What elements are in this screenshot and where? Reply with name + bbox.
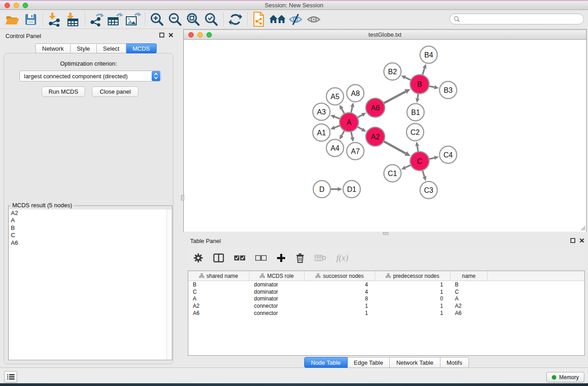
tab-motifs[interactable]: Motifs bbox=[440, 357, 469, 368]
graph-edge-A-A4[interactable] bbox=[339, 130, 344, 139]
close-panel-button[interactable]: Close panel bbox=[92, 86, 139, 97]
mcds-list-scrollbar[interactable] bbox=[167, 210, 172, 360]
cell-successor-nodes[interactable]: 4 bbox=[305, 281, 375, 288]
export-network-button[interactable] bbox=[88, 11, 106, 28]
graph-node-B4[interactable]: B4 bbox=[420, 46, 437, 63]
close-network-button[interactable] bbox=[188, 32, 194, 38]
graph-node-B2[interactable]: B2 bbox=[384, 63, 401, 80]
close-panel-icon[interactable] bbox=[579, 238, 584, 243]
zoom-selected-button[interactable] bbox=[202, 11, 220, 28]
graph-edge-A-A3[interactable] bbox=[330, 115, 340, 119]
graph-node-A[interactable]: A bbox=[339, 113, 359, 132]
split-divider-handle[interactable] bbox=[181, 195, 184, 200]
graph-edge-B-B3[interactable] bbox=[429, 85, 439, 89]
cell-predecessor-nodes[interactable]: 1 bbox=[375, 310, 450, 316]
mcds-result-item[interactable]: A bbox=[9, 217, 167, 224]
graph-node-A8[interactable]: A8 bbox=[347, 85, 364, 102]
graph-edge-A-A8[interactable] bbox=[350, 103, 354, 113]
table-row[interactable]: A6connector11A6 bbox=[188, 310, 584, 317]
graph-node-A6[interactable]: A6 bbox=[366, 98, 385, 117]
graph-node-B1[interactable]: B1 bbox=[407, 104, 424, 121]
column-header-name[interactable]: name bbox=[450, 271, 488, 281]
graph-edge-A-A2[interactable] bbox=[357, 127, 366, 132]
cell-mcds-role[interactable]: connector bbox=[249, 310, 305, 316]
cell-successor-nodes[interactable]: 1 bbox=[305, 310, 375, 316]
graph-edge-C-C1[interactable] bbox=[401, 165, 411, 170]
import-network-button[interactable] bbox=[46, 11, 64, 28]
mcds-result-item[interactable]: C bbox=[9, 232, 167, 239]
mcds-result-item[interactable]: A2 bbox=[9, 210, 167, 217]
add-column-button[interactable] bbox=[277, 253, 286, 262]
graph-node-A5[interactable]: A5 bbox=[326, 88, 344, 105]
cell-predecessor-nodes[interactable]: 1 bbox=[375, 289, 450, 295]
show-panels-button[interactable] bbox=[4, 371, 17, 383]
tab-node-table[interactable]: Node Table bbox=[304, 357, 348, 368]
memory-button[interactable]: Memory bbox=[546, 372, 584, 382]
column-header-predecessor-nodes[interactable]: predecessor nodes bbox=[375, 271, 450, 281]
toolbar-search[interactable] bbox=[449, 14, 584, 24]
float-panel-icon[interactable] bbox=[159, 33, 164, 38]
export-table-button[interactable] bbox=[106, 11, 124, 28]
cell-predecessor-nodes[interactable]: 1 bbox=[375, 303, 450, 309]
column-header-successor-nodes[interactable]: successor nodes bbox=[305, 271, 375, 281]
graph-node-A3[interactable]: A3 bbox=[313, 103, 330, 120]
close-panel-icon[interactable] bbox=[168, 33, 173, 38]
select-all-button[interactable] bbox=[234, 255, 245, 261]
tab-mcds[interactable]: MCDS bbox=[126, 43, 157, 53]
graph-node-D[interactable]: D bbox=[313, 181, 330, 198]
tab-network[interactable]: Network bbox=[35, 43, 71, 53]
graph-edge-A6-B[interactable] bbox=[384, 89, 411, 103]
export-image-button[interactable] bbox=[124, 11, 142, 28]
network-graph[interactable]: B4B2BB3A8A5A6A3B1AC2A1A2A4A7C4CC1DD1C3 bbox=[184, 40, 586, 232]
cell-successor-nodes[interactable]: 1 bbox=[305, 303, 375, 309]
cell-predecessor-nodes[interactable]: 1 bbox=[375, 281, 450, 288]
show-all-button[interactable] bbox=[305, 11, 323, 28]
close-window-button[interactable] bbox=[5, 3, 10, 8]
resize-grip-icon[interactable] bbox=[579, 224, 586, 231]
zoom-window-button[interactable] bbox=[23, 3, 28, 8]
optimization-criterion-select[interactable]: largest connected component (directed) bbox=[19, 71, 161, 81]
graph-edge-B-B2[interactable] bbox=[401, 76, 411, 80]
cell-mcds-role[interactable]: connector bbox=[249, 303, 305, 309]
cell-mcds-role[interactable]: dominator bbox=[249, 289, 305, 295]
table-row[interactable]: Adominator80A bbox=[188, 295, 584, 302]
graph-edge-B-B4[interactable] bbox=[422, 64, 426, 75]
run-mcds-button[interactable]: Run MCDS bbox=[42, 86, 85, 97]
table-options-button[interactable] bbox=[193, 253, 203, 263]
import-table-button[interactable] bbox=[64, 11, 82, 28]
cell-successor-nodes[interactable]: 8 bbox=[305, 295, 375, 302]
graph-edge-A-A1[interactable] bbox=[330, 125, 340, 129]
cell-name[interactable]: B bbox=[450, 281, 488, 288]
graph-edge-B-B1[interactable] bbox=[416, 94, 420, 103]
graph-edge-A-A7[interactable] bbox=[350, 132, 354, 142]
table-row[interactable]: Bdominator41B bbox=[188, 281, 584, 288]
cell-shared-name[interactable]: A6 bbox=[188, 310, 249, 316]
search-input[interactable] bbox=[462, 16, 580, 23]
column-view-button[interactable] bbox=[213, 253, 224, 262]
zoom-in-button[interactable] bbox=[148, 11, 166, 28]
tab-network-table[interactable]: Network Table bbox=[390, 357, 440, 368]
table-row[interactable]: Cdominator41C bbox=[188, 288, 584, 295]
graph-edge-D-D1[interactable] bbox=[330, 187, 342, 191]
graph-edge-A-A6[interactable] bbox=[357, 113, 366, 118]
first-neighbors-button[interactable] bbox=[268, 11, 287, 28]
minimize-network-button[interactable] bbox=[197, 32, 203, 38]
unselect-all-button[interactable] bbox=[255, 255, 267, 261]
zoom-network-button[interactable] bbox=[206, 32, 212, 38]
cell-mcds-role[interactable]: dominator bbox=[249, 295, 305, 302]
table-row[interactable]: A2connector11A2 bbox=[188, 302, 584, 310]
function-builder-button[interactable]: f(x) bbox=[336, 253, 348, 263]
graph-node-A7[interactable]: A7 bbox=[347, 143, 364, 160]
graph-node-D1[interactable]: D1 bbox=[343, 181, 360, 198]
cell-shared-name[interactable]: C bbox=[188, 289, 249, 295]
tab-edge-table[interactable]: Edge Table bbox=[348, 357, 390, 368]
cell-predecessor-nodes[interactable]: 0 bbox=[375, 295, 450, 302]
minimize-window-button[interactable] bbox=[14, 3, 19, 8]
cell-shared-name[interactable]: A2 bbox=[188, 303, 249, 309]
tab-style[interactable]: Style bbox=[71, 43, 97, 53]
cell-mcds-role[interactable]: dominator bbox=[249, 281, 305, 288]
zoom-fit-button[interactable] bbox=[184, 11, 202, 28]
save-session-button[interactable] bbox=[22, 11, 40, 28]
graph-edge-A-A5[interactable] bbox=[339, 105, 344, 114]
new-network-from-selection-button[interactable] bbox=[250, 11, 268, 28]
